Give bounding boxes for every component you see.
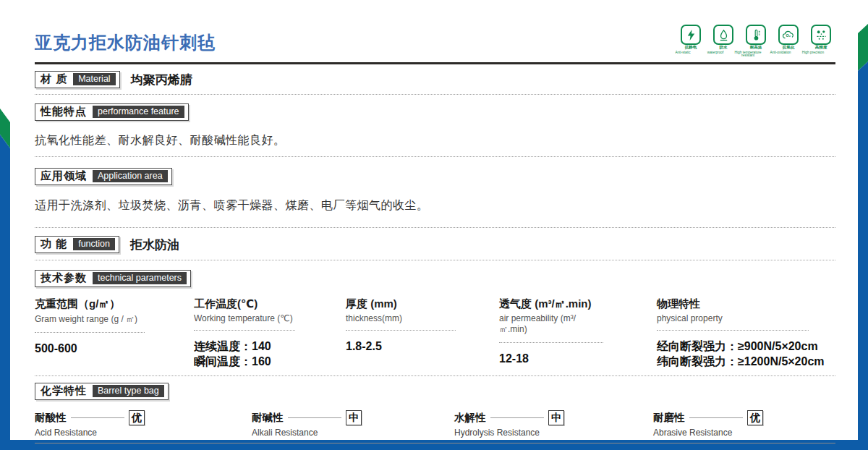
param-value: 1.8-2.5: [346, 339, 499, 354]
badge-label-en: Anti-oxidation: [766, 51, 795, 54]
chemical-section: 化学特性 Barrel type bag 耐酸性 优 Acid Resistan…: [35, 383, 835, 438]
application-text: 适用于洗涤剂、垃圾焚烧、沥青、喷雾干燥器、煤磨、电厂等烟气的收尘。: [35, 198, 835, 213]
param-value: 12-18: [499, 351, 657, 366]
rating-badge: 优: [129, 410, 145, 425]
spec-sheet-page: 亚克力拒水防油针刺毡 抗静电 Anti-static 防水 waterproof: [0, 0, 868, 450]
badge-label-zh: 抗静电: [678, 46, 703, 48]
rating-badge: 中: [346, 410, 362, 425]
performance-section: 性能特点 performance feature 抗氧化性能差、耐水解良好、耐酸…: [35, 103, 835, 148]
connector-line: [490, 417, 545, 418]
cloud-o2-icon: O₂: [778, 25, 799, 45]
divider: [35, 156, 835, 157]
section-title-en-badge: Material: [73, 73, 115, 85]
param-name-en: Working temperature (℃): [194, 313, 295, 323]
function-value: 拒水防油: [130, 237, 179, 253]
badge-anti-static: 抗静电 Anti-static: [676, 25, 705, 64]
chem-hydrolysis-resistance: 水解性 中 Hydrolysis Resistance: [454, 410, 653, 438]
badge-label-zh: 耐高温: [744, 46, 768, 48]
rating-badge: 优: [747, 410, 763, 425]
section-label-chemical: 化学特性 Barrel type bag: [35, 383, 169, 400]
chem-name-zh: 耐酸性: [35, 411, 67, 425]
badge-high-temperature: 耐高温 High temperature resistant: [741, 25, 770, 64]
section-label-function: 功 能 function: [35, 236, 119, 253]
section-title-en-badge: function: [73, 238, 115, 250]
chem-name-row: 耐碱性 中: [252, 410, 362, 425]
section-title-zh: 应用领域: [41, 169, 87, 183]
chem-abrasive-resistance: 耐磨性 优 Abrasive Resistance: [653, 410, 835, 438]
section-title-zh: 化学特性: [41, 384, 87, 398]
function-section: 功 能 function 拒水防油: [35, 236, 835, 253]
left-edge-decoration: [0, 105, 10, 440]
chemical-ratings: 耐酸性 优 Acid Resistance 耐碱性 中 Alkali Resis…: [35, 410, 835, 438]
section-title-zh: 功 能: [41, 237, 67, 251]
chem-name-row: 水解性 中: [454, 410, 564, 425]
badge-labels: 高精度 High precision: [799, 46, 843, 57]
technical-section: 技术参数 technical parameters 克重范围（g/㎡） Gram…: [35, 270, 835, 369]
section-title-zh: 性能特点: [41, 105, 87, 119]
param-value: 连续温度：140 瞬间温度：160: [194, 339, 346, 369]
chem-alkali-resistance: 耐碱性 中 Alkali Resistance: [252, 410, 454, 438]
section-label-material: 材 质 Material: [35, 71, 120, 88]
param-header: 厚度 (mm) thickness(mm): [346, 297, 456, 331]
application-section: 应用领域 Application area 适用于洗涤剂、垃圾焚烧、沥青、喷雾干…: [35, 168, 835, 213]
badge-label-zh: 抗氧化: [776, 46, 801, 48]
connector-line: [71, 417, 125, 418]
droplet-icon: [713, 25, 733, 45]
param-name-zh: 物理特性: [657, 297, 809, 311]
param-header: 透气度 (m³/㎡.min) air permeability (m³/㎡.mi…: [499, 297, 603, 343]
param-name-zh: 厚度 (mm): [346, 297, 456, 311]
chem-name-en: Hydrolysis Resistance: [454, 428, 653, 438]
divider: [35, 94, 835, 95]
section-title-en-badge: technical parameters: [93, 272, 187, 284]
param-header: 工作温度(℃) Working temperature (℃): [194, 297, 295, 331]
param-value: 经向断裂强力：≥900N/5×20cm 纬向断裂强力：≥1200N/5×20cm: [657, 339, 835, 369]
chem-name-en: Acid Resistance: [35, 428, 252, 438]
divider: [35, 227, 835, 228]
chem-acid-resistance: 耐酸性 优 Acid Resistance: [35, 410, 252, 438]
rating-badge: 中: [548, 410, 564, 425]
param-name-en: air permeability (m³/㎡.min): [499, 313, 603, 336]
param-header: 物理特性 physical property: [657, 297, 809, 331]
performance-text: 抗氧化性能差、耐水解良好、耐酸碱性能良好。: [35, 133, 835, 148]
material-value: 均聚丙烯腈: [131, 72, 192, 88]
param-working-temperature: 工作温度(℃) Working temperature (℃) 连续温度：140…: [194, 297, 346, 369]
param-thickness: 厚度 (mm) thickness(mm) 1.8-2.5: [346, 297, 499, 369]
badge-label-en: waterproof: [701, 51, 730, 54]
section-label-technical: 技术参数 technical parameters: [35, 270, 191, 287]
material-section: 材 质 Material 均聚丙烯腈: [35, 71, 835, 88]
lightning-icon: [681, 25, 701, 45]
param-value-line: 12-18: [499, 351, 657, 366]
section-label-performance: 性能特点 performance feature: [35, 103, 189, 121]
param-air-permeability: 透气度 (m³/㎡.min) air permeability (m³/㎡.mi…: [499, 297, 657, 369]
chem-name-row: 耐酸性 优: [35, 410, 145, 425]
thermometer-icon: [746, 25, 766, 45]
param-name-en: thickness(mm): [346, 313, 456, 323]
certification-badges: 抗静电 Anti-static 防水 waterproof 耐高温: [676, 25, 835, 64]
badge-high-precision: 高精度 High precision: [807, 25, 835, 64]
param-header: 克重范围（g/㎡） Gram weight range (g / ㎡): [35, 297, 145, 333]
connector-line: [288, 417, 342, 418]
section-title-zh: 技术参数: [41, 271, 87, 285]
param-value: 500-600: [35, 341, 194, 356]
chem-name-row: 耐磨性 优: [653, 410, 763, 425]
divider: [35, 375, 835, 376]
section-title-en-badge: Application area: [93, 170, 168, 182]
chem-name-zh: 水解性: [454, 411, 486, 425]
svg-text:O₂: O₂: [786, 33, 791, 38]
chem-name-en: Abrasive Resistance: [653, 428, 835, 438]
badge-label-zh: 高精度: [809, 46, 833, 48]
param-name-zh: 工作温度(℃): [194, 297, 295, 311]
section-title-en-badge: performance feature: [93, 106, 184, 118]
param-value-line: 连续温度：140: [194, 339, 346, 354]
chem-name-zh: 耐磨性: [653, 411, 685, 425]
chem-name-zh: 耐碱性: [252, 411, 284, 425]
precision-dots-icon: [811, 25, 831, 45]
parameters-table: 克重范围（g/㎡） Gram weight range (g / ㎡) 500-…: [35, 297, 835, 369]
badge-anti-oxidation: O₂ 抗氧化 Anti-oxidation: [774, 25, 803, 64]
param-value-line: 1.8-2.5: [346, 339, 499, 354]
param-physical-property: 物理特性 physical property 经向断裂强力：≥900N/5×20…: [657, 297, 835, 369]
chem-name-en: Alkali Resistance: [252, 428, 454, 438]
badge-label-en: Anti-static: [668, 51, 697, 54]
main-content: 亚克力拒水防油针刺毡 抗静电 Anti-static 防水 waterproof: [35, 0, 835, 450]
section-label-application: 应用领域 Application area: [35, 168, 172, 185]
